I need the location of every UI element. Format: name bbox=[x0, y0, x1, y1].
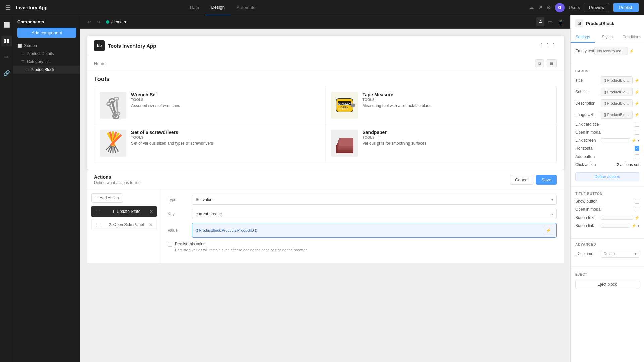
button-link-chevron[interactable]: ▾ bbox=[638, 224, 639, 228]
title-value[interactable]: {{ ProductBlock.P... bbox=[601, 76, 633, 84]
type-select[interactable]: Set value ▾ bbox=[192, 195, 557, 205]
undo-button[interactable]: ↩ bbox=[85, 18, 93, 26]
subtitle-lightning[interactable]: ⚡ bbox=[635, 90, 639, 94]
sidebar-icon-pages[interactable]: ⬜ bbox=[1, 19, 12, 30]
open-in-modal-checkbox[interactable] bbox=[635, 207, 639, 212]
persist-checkbox[interactable] bbox=[168, 242, 172, 247]
title-button-section: TITLE BUTTON Show button Open in modal B… bbox=[571, 188, 644, 235]
empty-text-input[interactable]: No rows found bbox=[594, 47, 628, 55]
copy-button[interactable]: ⧉ bbox=[535, 59, 544, 67]
add-action-button[interactable]: + Add Action bbox=[91, 193, 123, 203]
open-in-modal-label: Open in modal bbox=[575, 207, 601, 212]
close-action-open[interactable]: ✕ bbox=[149, 222, 153, 227]
description-lightning[interactable]: ⚡ bbox=[635, 101, 639, 106]
button-link-lightning[interactable]: ⚡ bbox=[632, 224, 636, 228]
desktop-view-icon[interactable]: 🖥 bbox=[536, 17, 544, 26]
horizontal-checkbox[interactable]: ✓ bbox=[635, 146, 639, 151]
env-badge[interactable]: /demo ▾ bbox=[106, 20, 126, 24]
open-modal-checkbox[interactable] bbox=[635, 130, 639, 135]
delete-button[interactable]: 🗑 bbox=[547, 59, 557, 67]
undo-redo: ↩ ↪ bbox=[85, 18, 103, 26]
close-action-update[interactable]: ✕ bbox=[149, 209, 153, 214]
share-icon[interactable]: ↗ bbox=[538, 4, 542, 11]
empty-text-lightning[interactable]: ⚡ bbox=[629, 49, 634, 53]
image-url-field-row: Image URL {{ ProductBlock.P... ⚡ bbox=[575, 111, 639, 119]
tab-styles[interactable]: Styles bbox=[595, 32, 620, 43]
app-breadcrumb: Home ⧉ 🗑 bbox=[87, 56, 564, 71]
sidebar-icon-link[interactable]: 🔗 bbox=[1, 68, 12, 78]
cloud-icon[interactable]: ☁ bbox=[529, 4, 534, 11]
button-text-lightning[interactable]: ⚡ bbox=[635, 216, 639, 220]
horizontal-row: Horizontal ✓ bbox=[575, 146, 639, 151]
sidebar-icon-components[interactable] bbox=[1, 36, 12, 46]
redo-button[interactable]: ↪ bbox=[95, 18, 103, 26]
save-button[interactable]: Save bbox=[536, 175, 557, 185]
define-actions-button[interactable]: Define actions bbox=[575, 172, 639, 181]
product-card-wrench[interactable]: Wrench Set TOOLS Assorted sizes of wrenc… bbox=[94, 86, 325, 124]
button-link-label: Button link bbox=[575, 223, 599, 228]
app-name: Inventory App bbox=[16, 5, 48, 10]
users-label[interactable]: Users bbox=[569, 5, 580, 10]
settings-icon[interactable]: ⚙ bbox=[546, 4, 551, 11]
description-value[interactable]: {{ ProductBlock.P... bbox=[601, 99, 633, 107]
product-card-sandpaper[interactable]: Sandpaper TOOLS Various grits for smooth… bbox=[326, 124, 557, 162]
tab-data[interactable]: Data bbox=[184, 0, 205, 15]
tree-item-product-block[interactable]: ⊡ ProductBlock bbox=[13, 66, 80, 74]
sidebar-icon-edit[interactable]: ✏ bbox=[1, 52, 12, 62]
tablet-view-icon[interactable]: ▭ bbox=[546, 17, 554, 26]
cancel-button[interactable]: Cancel bbox=[510, 175, 533, 185]
tree-item-product-details[interactable]: ⊞ Product Details bbox=[13, 50, 80, 58]
app-frame: bb Tools Inventory App ⋮⋮⋮ Home ⧉ 🗑 Tool… bbox=[87, 36, 564, 170]
image-url-lightning[interactable]: ⚡ bbox=[635, 113, 639, 117]
link-screen-select[interactable] bbox=[601, 138, 630, 142]
button-link-input[interactable] bbox=[601, 224, 630, 228]
product-image-screwdriver bbox=[100, 130, 126, 157]
link-screen-lightning[interactable]: ⚡ bbox=[632, 138, 636, 143]
preview-button[interactable]: Preview bbox=[584, 3, 609, 12]
add-component-button[interactable]: Add component bbox=[17, 28, 76, 38]
menu-icon[interactable]: ☰ bbox=[5, 4, 11, 11]
button-text-input[interactable] bbox=[601, 216, 633, 220]
value-lightning[interactable]: ⚡ bbox=[544, 226, 553, 235]
product-card-tape[interactable]: STANLEY FatMax Tape Measure TOOLS bbox=[326, 86, 557, 124]
tab-automate[interactable]: Automate bbox=[231, 0, 262, 15]
product-image-tape: STANLEY FatMax bbox=[331, 92, 358, 119]
divider-4 bbox=[571, 266, 644, 267]
image-url-value[interactable]: {{ ProductBlock.P... bbox=[601, 111, 633, 119]
key-select[interactable]: current-product ▾ bbox=[192, 209, 557, 219]
tab-design[interactable]: Design bbox=[205, 0, 230, 15]
tab-settings[interactable]: Settings bbox=[571, 32, 595, 43]
action-item-open-panel[interactable]: ⋮⋮ 2. Open Side Panel ✕ bbox=[91, 219, 157, 230]
nav-right: ☁ ↗ ⚙ G Users Preview Publish bbox=[529, 3, 639, 12]
value-input[interactable]: {{ ProductBlock.Products.ProductID }} ⚡ bbox=[192, 223, 557, 238]
title-lightning[interactable]: ⚡ bbox=[635, 78, 639, 83]
link-card-title-label: Link card title bbox=[575, 122, 599, 127]
publish-button[interactable]: Publish bbox=[613, 3, 639, 12]
drag-icon: ⋮⋮ bbox=[95, 210, 101, 214]
actions-panel: Actions Define what actions to run. Canc… bbox=[87, 170, 564, 263]
avatar[interactable]: G bbox=[555, 3, 565, 12]
description-text: {{ ProductBlock.P... bbox=[604, 101, 630, 105]
link-screen-chevron[interactable]: ▾ bbox=[638, 139, 639, 142]
link-card-title-checkbox[interactable] bbox=[635, 122, 639, 127]
product-card-screwdriver[interactable]: Set of 6 screwdrivers TOOLS Set of vario… bbox=[94, 124, 325, 162]
show-button-checkbox[interactable] bbox=[635, 199, 639, 204]
product-category-wrench: TOOLS bbox=[131, 98, 320, 102]
tree-item-screen[interactable]: ⬜ Screen bbox=[13, 42, 80, 50]
tab-conditions[interactable]: Conditions bbox=[620, 32, 644, 43]
title-text: {{ ProductBlock.P... bbox=[604, 78, 630, 82]
tree-item-category-list[interactable]: ☰ Category List bbox=[13, 58, 80, 66]
action-item-update-state[interactable]: ⋮⋮ 1. Update State ✕ bbox=[91, 206, 157, 217]
open-in-modal-row: Open in modal bbox=[575, 207, 639, 212]
product-info-wrench: Wrench Set TOOLS Assorted sizes of wrenc… bbox=[131, 92, 320, 109]
subtitle-value[interactable]: {{ ProductBlock.P... bbox=[601, 88, 633, 96]
product-name-wrench: Wrench Set bbox=[131, 92, 320, 97]
app-menu-icon[interactable]: ⋮⋮⋮ bbox=[539, 42, 557, 49]
add-button-checkbox[interactable] bbox=[635, 154, 639, 159]
id-column-select[interactable]: Default ▾ bbox=[601, 250, 639, 258]
env-dot bbox=[106, 20, 109, 24]
eject-block-button[interactable]: Eject block bbox=[575, 280, 639, 289]
product-desc-wrench: Assorted sizes of wrenches bbox=[131, 103, 320, 109]
mobile-view-icon[interactable]: 📱 bbox=[556, 17, 566, 26]
type-value: Set value bbox=[196, 197, 212, 202]
